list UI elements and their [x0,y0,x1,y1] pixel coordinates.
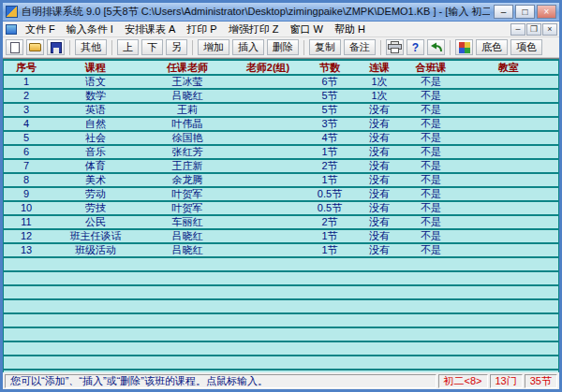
cell-teacher: 王庄新 [142,160,232,172]
close-button[interactable]: × [537,5,556,19]
help-button[interactable]: ? [407,39,424,55]
cell-room [459,244,558,256]
table-row[interactable]: 5社会徐国艳4节没有不是 [4,132,558,144]
table-row[interactable]: 4自然叶伟晶3节没有不是 [4,118,558,130]
insert-button[interactable]: 插入 [232,39,264,55]
table-row[interactable]: 6音乐张红芳1节没有不是 [4,146,558,158]
cell-consecutive: 没有 [356,160,403,172]
mdi-child-icon[interactable] [6,24,17,35]
background-color-button[interactable]: 底色 [476,39,508,55]
open-folder-icon [29,43,41,51]
cell-no: 10 [4,202,49,214]
item-color-button[interactable]: 项色 [510,39,542,55]
cell-room [459,188,558,200]
cell-room [459,230,558,242]
cell-combined: 不是 [403,230,459,242]
move-down-button[interactable]: 下 [141,39,163,55]
empty-table-row[interactable] [4,342,558,355]
empty-table-row[interactable] [4,300,558,312]
cell-periods: 1节 [303,244,356,256]
cell-room [459,90,558,102]
table-row[interactable]: 11公民车丽红2节没有不是 [4,216,558,228]
window-title: 自明排课系统 9.0 [5天8节 C:\Users\Administrator\… [22,5,490,19]
cell-course: 音乐 [49,146,142,158]
cell-consecutive: 没有 [356,132,403,144]
another-button[interactable]: 另 [166,39,187,55]
column-header: 合班课 [403,61,459,74]
cell-consecutive: 1次 [356,90,403,102]
menu-help[interactable]: 帮助 H [329,22,371,37]
cell-teacher2 [232,202,303,214]
maximize-button[interactable]: □ [515,5,535,19]
cell-consecutive: 没有 [356,188,403,200]
toolbar-separator [450,40,451,55]
empty-table-row[interactable] [4,328,558,341]
open-file-button[interactable] [26,39,44,55]
color-palette-icon [459,42,470,53]
print-button[interactable] [386,39,404,55]
cell-teacher: 吕晓红 [142,244,232,256]
minimize-button[interactable]: – [494,5,513,19]
empty-table-row[interactable] [4,258,558,270]
menu-enhanced-print[interactable]: 增强打印 Z [223,22,285,37]
empty-table-row[interactable] [4,356,558,369]
cell-course: 班级活动 [49,244,142,256]
new-file-button[interactable] [6,39,23,55]
palette-button[interactable] [455,39,473,55]
mdi-close-button[interactable]: × [542,23,557,36]
cell-consecutive: 没有 [356,174,403,186]
table-row[interactable]: 2数学吕晓红5节1次不是 [4,90,558,102]
cell-combined: 不是 [403,202,459,214]
cell-consecutive: 没有 [356,104,403,116]
cell-consecutive: 没有 [356,244,403,256]
cell-room [459,146,558,158]
column-header: 序号 [4,61,49,74]
mdi-restore-button[interactable]: ❐ [526,23,541,36]
table-row[interactable]: 7体育王庄新2节没有不是 [4,160,558,172]
cell-periods: 0.5节 [303,202,356,214]
menu-arrange-timetable[interactable]: 安排课表 A [119,22,181,37]
cell-teacher: 叶贺军 [142,188,232,200]
table-row[interactable]: 3英语王莉5节没有不是 [4,104,558,116]
table-row[interactable]: 1语文王冰莹6节1次不是 [4,76,558,88]
cell-combined: 不是 [403,244,459,256]
menu-file[interactable]: 文件 F [20,22,61,37]
other-button[interactable]: 其他 [75,39,107,55]
save-button[interactable] [47,39,65,55]
empty-table-row[interactable] [4,314,558,327]
delete-button[interactable]: 删除 [267,39,299,55]
toolbar-separator [380,40,381,55]
cell-teacher: 徐国艳 [142,132,232,144]
cell-periods: 1节 [303,230,356,242]
note-button[interactable]: 备注 [344,39,376,55]
new-file-icon [10,42,20,53]
table-row[interactable]: 13班级活动吕晓红1节没有不是 [4,244,558,256]
table-row[interactable]: 10劳技叶贺军0.5节没有不是 [4,202,558,214]
table-row[interactable]: 8美术余龙腾1节没有不是 [4,174,558,186]
menu-input-conditions[interactable]: 输入条件 I [61,22,119,37]
menu-window[interactable]: 窗口 W [285,22,329,37]
cell-teacher: 张红芳 [142,146,232,158]
cell-combined: 不是 [403,118,459,130]
empty-table-row[interactable] [4,286,558,298]
help-icon: ? [412,41,419,54]
table-row[interactable]: 12班主任谈话吕晓红1节没有不是 [4,230,558,242]
cell-no: 5 [4,132,49,144]
cell-combined: 不是 [403,146,459,158]
menu-print[interactable]: 打印 P [181,22,222,37]
cell-consecutive: 没有 [356,230,403,242]
add-button[interactable]: 增加 [198,39,229,55]
table-row[interactable]: 9劳动叶贺军0.5节没有不是 [4,188,558,200]
mdi-minimize-button[interactable]: – [510,23,525,36]
copy-button[interactable]: 复制 [309,39,341,55]
cell-no: 9 [4,188,49,200]
cell-combined: 不是 [403,132,459,144]
empty-table-row[interactable] [4,272,558,284]
cell-no: 2 [4,90,49,102]
cell-room [459,76,558,88]
cell-teacher2 [232,132,303,144]
undo-button[interactable] [427,39,445,55]
move-up-button[interactable]: 上 [117,39,139,55]
cell-course: 体育 [49,160,142,172]
cell-periods: 1节 [303,174,356,186]
